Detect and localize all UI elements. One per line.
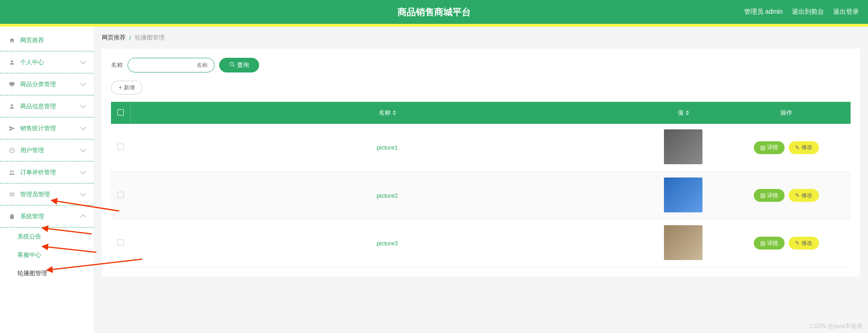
sidebar-item-sales[interactable]: 销售统计管理 — [0, 117, 94, 139]
cell-value — [644, 124, 722, 172]
person-icon — [8, 103, 16, 110]
breadcrumb-current: 轮播图管理 — [135, 33, 165, 42]
table-row: picture1 ▤详情 ✎修改 — [111, 124, 851, 172]
sidebar-item-label: 网页推荐 — [20, 36, 44, 44]
checkbox-icon — [117, 239, 124, 246]
search-button-label: 查询 — [237, 61, 249, 69]
pencil-icon: ✎ — [795, 240, 800, 246]
thumbnail-image — [664, 129, 702, 164]
edit-button[interactable]: ✎修改 — [789, 237, 819, 250]
search-icon — [229, 61, 235, 69]
pencil-icon: ✎ — [795, 144, 800, 151]
app-title: 商品销售商城平台 — [398, 6, 471, 18]
search-row: 名称 查询 — [111, 58, 851, 72]
submenu-item-carousel[interactable]: 轮播图管理 — [0, 264, 94, 283]
breadcrumb-root[interactable]: 网页推荐 — [102, 33, 126, 42]
admin-label[interactable]: 管理员 admin — [744, 8, 783, 16]
sidebar-item-product[interactable]: 商品信息管理 — [0, 95, 94, 117]
add-button-label: 新增 — [124, 84, 135, 92]
edit-button[interactable]: ✎修改 — [789, 141, 819, 154]
detail-button[interactable]: ▤详情 — [754, 189, 785, 202]
sidebar-item-label: 个人中心 — [20, 58, 44, 67]
thumbnail-image — [664, 178, 702, 212]
sidebar: 网页推荐 个人中心 商品分类管理 商品信息管理 销售统计管理 用户管理 订单评价… — [0, 27, 94, 333]
send-icon — [8, 125, 16, 132]
search-input[interactable] — [127, 58, 215, 72]
people-icon — [8, 169, 16, 176]
row-checkbox-cell[interactable] — [111, 124, 130, 172]
search-button[interactable]: 查询 — [219, 58, 259, 72]
submenu-label: 系统公告 — [17, 233, 41, 241]
row-checkbox-cell[interactable] — [111, 219, 130, 267]
checkbox-icon — [117, 109, 124, 116]
submenu-label: 轮播图管理 — [17, 269, 47, 278]
search-label: 名称 — [111, 61, 123, 69]
sort-icon — [686, 109, 689, 117]
sidebar-item-label: 用户管理 — [20, 146, 44, 155]
cell-name: picture1 — [130, 124, 644, 172]
sidebar-item-label: 商品信息管理 — [20, 102, 56, 111]
cell-op: ▤详情 ✎修改 — [722, 219, 851, 267]
cell-value — [644, 219, 722, 267]
column-header-name[interactable]: 名称 — [130, 102, 644, 124]
breadcrumb-separator: / — [129, 34, 131, 41]
detail-button[interactable]: ▤详情 — [754, 237, 785, 250]
sidebar-item-label: 销售统计管理 — [20, 124, 56, 133]
header-actions: 管理员 admin 退出到前台 退出登录 — [744, 8, 859, 16]
cell-name: picture3 — [130, 219, 644, 267]
column-header-value[interactable]: 值 — [644, 102, 722, 124]
monitor-icon — [8, 81, 16, 88]
sidebar-item-label: 系统管理 — [20, 212, 44, 221]
add-button[interactable]: + 新增 — [111, 81, 143, 94]
detail-button[interactable]: ▤详情 — [754, 141, 785, 154]
sidebar-item-users[interactable]: 用户管理 — [0, 139, 94, 161]
sort-icon — [393, 109, 396, 117]
sidebar-item-system[interactable]: 系统管理 — [0, 205, 94, 228]
plus-icon: + — [119, 84, 122, 91]
content-panel: 名称 查询 + 新增 名称 值 操作 — [102, 49, 860, 277]
header-checkbox-cell[interactable] — [111, 102, 130, 124]
checkbox-icon — [117, 192, 124, 198]
column-header-op: 操作 — [722, 102, 851, 124]
clipboard-icon — [8, 213, 16, 220]
app-header: 商品销售商城平台 管理员 admin 退出到前台 退出登录 — [0, 0, 868, 24]
user-icon — [8, 59, 16, 66]
sidebar-item-category[interactable]: 商品分类管理 — [0, 73, 94, 95]
edit-button[interactable]: ✎修改 — [789, 189, 819, 202]
submenu-item-service[interactable]: 客服中心 — [0, 246, 94, 264]
cell-op: ▤详情 ✎修改 — [722, 124, 851, 172]
submenu-label: 客服中心 — [17, 251, 41, 259]
row-checkbox-cell[interactable] — [111, 172, 130, 219]
exit-to-front-link[interactable]: 退出到前台 — [792, 8, 824, 16]
sidebar-item-profile[interactable]: 个人中心 — [0, 51, 94, 73]
submenu-item-notice[interactable]: 系统公告 — [0, 228, 94, 246]
table-row: picture2 ▤详情 ✎修改 — [111, 172, 851, 219]
sidebar-item-label: 订单评价管理 — [20, 168, 56, 177]
data-table: 名称 值 操作 picture1 ▤详情 ✎修改 — [111, 102, 851, 267]
sidebar-item-label: 管理员管理 — [20, 190, 50, 199]
cell-value — [644, 172, 722, 219]
list-icon: ▤ — [760, 192, 765, 199]
list-icon: ▤ — [760, 240, 765, 246]
menu-icon — [8, 191, 16, 198]
breadcrumb: 网页推荐 / 轮播图管理 — [102, 27, 860, 49]
pencil-icon: ✎ — [795, 192, 800, 199]
list-icon: ▤ — [760, 144, 765, 151]
sidebar-item-review[interactable]: 订单评价管理 — [0, 161, 94, 183]
main-content: 网页推荐 / 轮播图管理 名称 查询 + 新增 — [94, 27, 868, 333]
home-icon — [8, 37, 16, 44]
sidebar-item-home[interactable]: 网页推荐 — [0, 29, 94, 51]
thumbnail-image — [664, 225, 702, 260]
clock-icon — [8, 147, 16, 154]
sidebar-item-label: 商品分类管理 — [20, 80, 56, 89]
table-row: picture3 ▤详情 ✎修改 — [111, 219, 851, 267]
sidebar-item-admin[interactable]: 管理员管理 — [0, 183, 94, 205]
logout-link[interactable]: 退出登录 — [833, 8, 859, 16]
cell-op: ▤详情 ✎修改 — [722, 172, 851, 219]
watermark: CSDN @java李杨勇 — [809, 322, 863, 330]
cell-name: picture2 — [130, 172, 644, 219]
checkbox-icon — [117, 144, 124, 150]
